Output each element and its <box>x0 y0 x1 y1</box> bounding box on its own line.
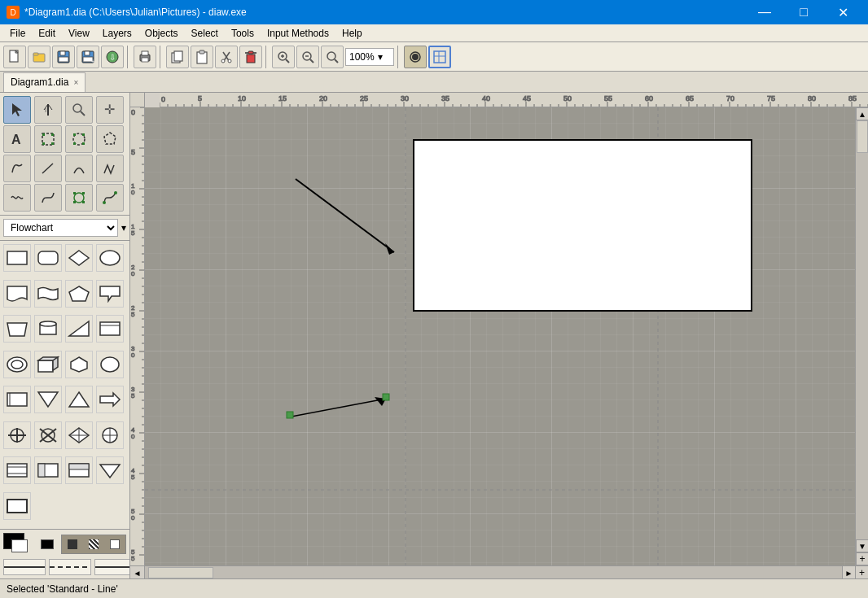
scroll-down-button[interactable]: ▼ <box>856 539 868 552</box>
freehand-select-tool[interactable] <box>3 155 31 182</box>
shape-circle2[interactable] <box>96 351 124 378</box>
v-scroll-thumb[interactable] <box>857 120 868 153</box>
toolbar: + ⇩ 100% ▾ <box>0 42 868 72</box>
shape-rect2[interactable] <box>96 315 124 343</box>
freehand-tool[interactable] <box>3 184 31 212</box>
shape-triangle-r[interactable] <box>65 315 93 343</box>
scroll-add-page-button[interactable]: + <box>856 552 868 565</box>
menu-select[interactable]: Select <box>185 24 225 42</box>
shape-x-shape[interactable] <box>34 421 62 449</box>
shape-pentagon[interactable] <box>65 280 93 308</box>
shape-category-dropdown[interactable]: Flowchart <box>3 219 118 237</box>
shape-tape[interactable] <box>34 280 62 308</box>
shape-cross[interactable] <box>3 421 31 449</box>
close-button[interactable]: ✕ <box>824 0 861 24</box>
dashed-line-style[interactable] <box>49 559 91 575</box>
zigzag-tool[interactable] <box>96 155 124 182</box>
background-color[interactable] <box>11 539 28 552</box>
h-scroll-thumb[interactable] <box>148 567 213 578</box>
shape-doc[interactable] <box>3 280 31 308</box>
menu-help[interactable]: Help <box>335 24 369 42</box>
text-cursor-tool[interactable]: I <box>34 96 62 124</box>
line-tool[interactable] <box>34 155 62 182</box>
arc-tool[interactable] <box>65 155 93 182</box>
paste-button[interactable] <box>191 46 213 68</box>
vertical-scrollbar[interactable]: ▲ ▼ + <box>855 107 868 565</box>
tab-bar: Diagram1.dia × <box>0 72 868 93</box>
shape-rect6[interactable] <box>65 456 93 484</box>
select-tool[interactable] <box>3 96 31 124</box>
shape-rect3[interactable] <box>3 386 31 413</box>
move-tool[interactable]: ✛ <box>96 96 124 124</box>
svg-rect-4 <box>33 53 38 55</box>
svg-marker-71 <box>69 251 89 265</box>
zoom-in-button[interactable] <box>272 46 295 68</box>
swap-colors[interactable] <box>41 539 54 549</box>
menu-layers[interactable]: Layers <box>96 24 138 42</box>
shape-rounded-rect[interactable] <box>34 244 62 272</box>
pattern-selector[interactable] <box>61 535 126 554</box>
shape-tri-down2[interactable] <box>96 456 124 484</box>
diagram-tab[interactable]: Diagram1.dia × <box>3 72 85 92</box>
menu-tools[interactable]: Tools <box>225 24 261 42</box>
text-tool[interactable]: A <box>3 125 31 153</box>
new-button[interactable] <box>3 46 26 68</box>
horizontal-scrollbar-area: ◄ ► + <box>130 565 868 578</box>
export-button[interactable]: ⇩ <box>101 46 124 68</box>
copy-page-button[interactable] <box>166 46 189 68</box>
save-as-button[interactable]: + <box>77 46 99 68</box>
save-button[interactable] <box>52 46 75 68</box>
grid-button[interactable] <box>428 46 451 68</box>
box-select-tool[interactable] <box>34 125 62 153</box>
zoom-reset-button[interactable] <box>321 46 344 68</box>
shape-last[interactable] <box>3 492 31 520</box>
print-button[interactable] <box>134 46 156 68</box>
ellipse-select-tool[interactable] <box>65 125 93 153</box>
v-scroll-track[interactable] <box>856 120 868 539</box>
shape-circle[interactable] <box>96 244 124 272</box>
shape-bullseye[interactable] <box>96 421 124 449</box>
open-button[interactable] <box>28 46 50 68</box>
menu-file[interactable]: File <box>3 24 32 42</box>
drawing-canvas[interactable] <box>145 107 855 565</box>
minimize-button[interactable]: — <box>746 0 783 24</box>
menu-objects[interactable]: Objects <box>138 24 185 42</box>
menu-edit[interactable]: Edit <box>32 24 62 42</box>
shape-triangle[interactable] <box>65 386 93 413</box>
solid-line-style[interactable] <box>3 559 46 575</box>
polyline-tool[interactable] <box>65 184 93 212</box>
arrow-line-style[interactable] <box>94 559 130 575</box>
shape-trapezoid[interactable] <box>3 315 31 343</box>
shape-ellipse2[interactable] <box>3 351 31 378</box>
spline-tool[interactable] <box>96 184 124 212</box>
menu-input-methods[interactable]: Input Methods <box>261 24 335 42</box>
tab-close-button[interactable]: × <box>73 78 78 87</box>
scroll-right-button[interactable]: ► <box>842 566 855 578</box>
menu-view[interactable]: View <box>62 24 96 42</box>
magnify-tool[interactable] <box>65 96 93 124</box>
snap-button[interactable] <box>404 46 427 68</box>
shape-rect4[interactable] <box>3 456 31 484</box>
zoom-out-button[interactable] <box>296 46 319 68</box>
shape-diamond2[interactable] <box>65 421 93 449</box>
polygon-select-tool[interactable] <box>96 125 124 153</box>
shape-callout[interactable] <box>96 280 124 308</box>
delete-button[interactable] <box>239 46 262 68</box>
zoom-display[interactable]: 100% ▾ <box>345 48 394 66</box>
shape-rect5[interactable] <box>34 456 62 484</box>
maximize-button[interactable]: □ <box>785 0 822 24</box>
scroll-left-button[interactable]: ◄ <box>130 566 145 578</box>
scroll-add-h-button[interactable]: + <box>855 566 868 578</box>
cut-button[interactable] <box>215 46 238 68</box>
shape-3d-box[interactable] <box>34 351 62 378</box>
scroll-up-button[interactable]: ▲ <box>856 107 868 120</box>
bezier-tool[interactable] <box>34 184 62 212</box>
shape-process[interactable] <box>3 244 31 272</box>
shape-tri-down[interactable] <box>34 386 62 413</box>
shape-diamond[interactable] <box>65 244 93 272</box>
zoom-dropdown-icon[interactable]: ▾ <box>378 51 383 63</box>
shape-arrow-right[interactable] <box>96 386 124 413</box>
h-scroll-track[interactable] <box>145 566 842 578</box>
shape-cylinder[interactable] <box>34 315 62 343</box>
shape-custom1[interactable] <box>65 351 93 378</box>
